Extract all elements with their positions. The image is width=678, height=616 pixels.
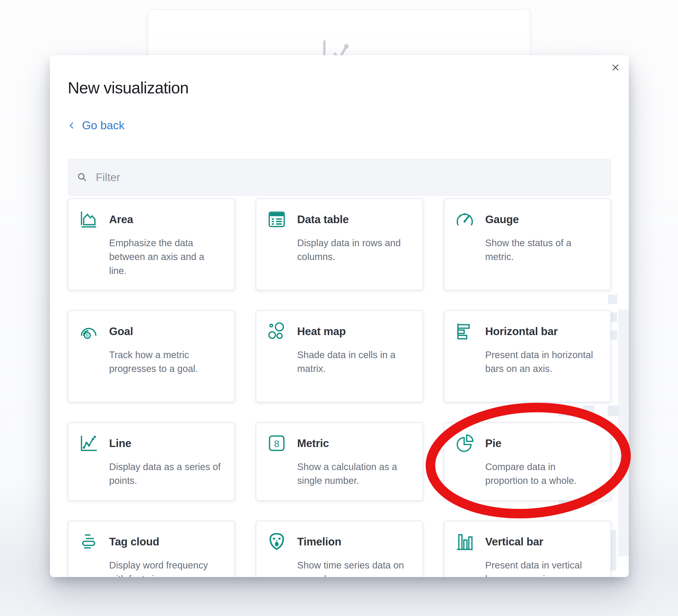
vertical-bar-icon: [455, 532, 475, 551]
tag-cloud-icon: [79, 532, 99, 551]
vis-card-vertical-bar[interactable]: Vertical bar Present data in vertical ba…: [444, 521, 611, 577]
vis-card-pie[interactable]: Pie Compare data in proportion to a whol…: [444, 422, 611, 501]
vis-card-title: Heat map: [297, 325, 346, 338]
vis-card-tag-cloud[interactable]: Tag cloud Display word frequency with fo…: [68, 521, 235, 577]
svg-text:8: 8: [274, 438, 279, 449]
go-back-link[interactable]: Go back: [68, 119, 124, 132]
vis-card-title: Pie: [485, 437, 501, 450]
vis-card-description: Display data as a series of points.: [109, 460, 221, 488]
vis-card-description: Compare data in proportion to a whole.: [485, 460, 597, 488]
timelion-icon: [267, 532, 287, 551]
vis-card-title: Gauge: [485, 213, 519, 226]
vis-card-description: Display data in rows and columns.: [297, 236, 409, 264]
vis-card-title: Metric: [297, 437, 329, 450]
vis-card-heat-map[interactable]: Heat map Shade data in cells in a matrix…: [256, 310, 423, 402]
vis-card-data-table[interactable]: Data table Display data in rows and colu…: [256, 198, 423, 291]
vis-card-timelion[interactable]: Timelion Show time series data on a grap…: [256, 521, 423, 577]
heat-map-icon: [267, 321, 287, 341]
vis-card-line[interactable]: Line Display data as a series of points.: [68, 422, 235, 501]
modal-title: New visualization: [68, 78, 189, 97]
vis-card-description: Present data in vertical bars on an axis…: [485, 558, 597, 577]
close-button[interactable]: [609, 61, 622, 74]
area-icon: [79, 209, 99, 229]
metric-icon: 8: [267, 433, 287, 453]
filter-field: [68, 159, 611, 196]
gauge-icon: [455, 209, 475, 229]
vis-card-description: Show a calculation as a single number.: [297, 460, 409, 488]
vis-card-title: Line: [109, 437, 131, 450]
vis-card-title: Data table: [297, 213, 349, 226]
vis-card-description: Track how a metric progresses to a goal.: [109, 348, 221, 376]
vis-card-description: Emphasize the data between an axis and a…: [109, 236, 221, 278]
vis-card-area[interactable]: Area Emphasize the data between an axis …: [68, 198, 235, 291]
search-icon: [77, 172, 88, 183]
vis-card-title: Area: [109, 213, 133, 226]
horizontal-bar-icon: [455, 321, 475, 341]
vis-card-title: Timelion: [297, 535, 341, 548]
goal-icon: 8: [79, 321, 99, 341]
data-table-icon: [267, 209, 287, 229]
cards-grid: Area Emphasize the data between an axis …: [68, 198, 611, 577]
go-back-label: Go back: [82, 119, 124, 132]
filter-input[interactable]: [96, 171, 602, 184]
vis-card-title: Horizontal bar: [485, 325, 558, 338]
vis-card-goal[interactable]: 8 Goal Track how a metric progresses to …: [68, 310, 235, 402]
vis-card-description: Show time series data on a graph.: [297, 558, 409, 577]
vis-card-title: Vertical bar: [485, 535, 543, 548]
vis-card-description: Present data in horizontal bars on an ax…: [485, 348, 597, 376]
vis-card-horizontal-bar[interactable]: Horizontal bar Present data in horizonta…: [444, 310, 611, 402]
chevron-left-icon: [68, 121, 76, 130]
svg-text:8: 8: [86, 333, 89, 338]
line-icon: [79, 433, 99, 453]
new-visualization-modal: New visualization Go back Area Emphasize…: [50, 55, 629, 577]
close-icon: [611, 63, 620, 72]
vis-card-description: Show the status of a metric.: [485, 236, 597, 264]
vis-card-gauge[interactable]: Gauge Show the status of a metric.: [444, 198, 611, 291]
vis-card-title: Tag cloud: [109, 535, 159, 548]
vis-card-title: Goal: [109, 325, 133, 338]
vis-card-description: Display word frequency with font size.: [109, 558, 221, 577]
pie-icon: [455, 433, 475, 453]
vis-card-metric[interactable]: 8 Metric Show a calculation as a single …: [256, 422, 423, 501]
vis-card-description: Shade data in cells in a matrix.: [297, 348, 409, 376]
